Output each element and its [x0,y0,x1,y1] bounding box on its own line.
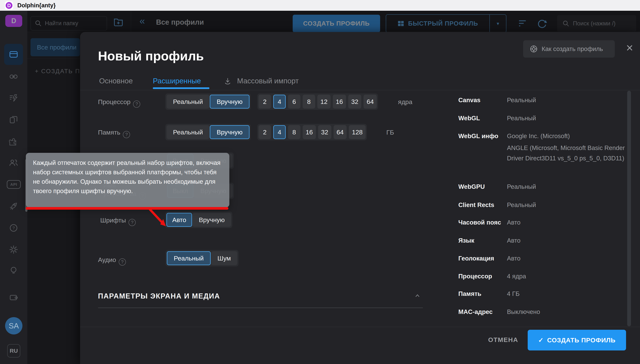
active-tab-underline [153,87,209,89]
audio-help-icon[interactable]: ? [119,258,126,266]
fonts-help-icon[interactable]: ? [129,219,136,226]
memory-help-icon[interactable]: ? [123,131,130,138]
audio-mode-toggle: Реальный Шум [165,250,239,266]
how-to-create-button[interactable]: Как создать профиль [523,40,615,58]
memory-size-option[interactable]: 64 [334,125,347,139]
modal-scrollbar[interactable] [627,91,631,326]
create-profile-label: СОЗДАТЬ ПРОФИЛЬ [547,336,615,344]
tab-main[interactable]: Основное [99,77,133,85]
sidebar-item-help[interactable]: ? [9,224,18,232]
cpu-core-option[interactable]: 6 [288,95,300,108]
cpu-core-option[interactable]: 2 [259,95,271,108]
fonts-tooltip-text: Каждый отпечаток содержит реальный набор… [33,158,222,196]
sidebar-item-api[interactable]: API [7,180,21,189]
link-icon [9,72,18,81]
cpu-mode-toggle: Реальный Вручную [165,93,251,110]
chevron-up-icon[interactable] [414,292,421,299]
app-logo-icon: D [5,1,13,10]
cpu-core-option[interactable]: 64 [363,95,377,108]
audio-mode-noise[interactable]: Шум [211,251,237,265]
summary-value-webgl-info: ANGLE (Microsoft, Microsoft Basic Render… [507,143,631,163]
icon-sidebar: D [0,11,27,364]
rocket-icon [9,202,18,211]
puzzle-icon [9,137,18,146]
lightbulb-icon [9,266,18,275]
browser-profiles-icon [9,50,19,59]
audio-mode-real[interactable]: Реальный [167,251,211,265]
memory-size-option-selected[interactable]: 4 [273,125,286,139]
cpu-mode-manual[interactable]: Вручную [210,95,250,108]
summary-value: Реальный [507,202,536,208]
sidebar-item-extensions[interactable] [9,137,18,146]
sidebar-item-automation[interactable] [9,94,18,102]
summary-label: MAC-адрес [458,308,493,316]
sidebar-item-launcher[interactable] [9,202,18,211]
sidebar-item-team[interactable] [9,158,18,167]
footer-divider [80,327,640,327]
summary-value: Авто [507,219,521,226]
summary-label: WebGL инфо [458,132,498,140]
summary-value: Авто [507,255,521,262]
check-icon: ✓ [538,336,544,344]
sidebar-item-templates[interactable] [9,115,18,124]
memory-size-option[interactable]: 128 [349,125,366,139]
close-icon[interactable]: × [623,41,636,54]
cpu-help-icon[interactable]: ? [133,100,140,108]
fonts-mode-manual[interactable]: Вручную [192,213,231,227]
lifebuoy-icon [530,45,538,53]
create-profile-button[interactable]: ✓ СОЗДАТЬ ПРОФИЛЬ [528,330,626,350]
user-avatar[interactable]: SA [5,317,23,334]
annotation-arrow [139,207,177,233]
tab-bulk-import[interactable]: Массовый импорт [237,77,299,85]
dolphin-logo-icon[interactable]: D [5,15,22,27]
annotation-underline [26,207,229,210]
memory-label: Память? [98,129,130,138]
modal-title: Новый профиль [98,48,204,63]
cancel-button[interactable]: ОТМЕНА [483,333,523,346]
memory-size-option[interactable]: 16 [303,125,316,139]
cpu-mode-real[interactable]: Реальный [167,95,209,108]
summary-value: Реальный [507,96,536,104]
memory-size-option[interactable]: 32 [318,125,331,139]
cpu-core-option[interactable]: 16 [333,95,346,108]
summary-value: 4 ядра [507,273,526,280]
sidebar-item-proxy[interactable] [9,72,18,81]
memory-mode-manual[interactable]: Вручную [210,125,250,139]
summary-value: Выключено [507,308,540,316]
how-to-create-label: Как создать профиль [542,45,603,52]
memory-size-option[interactable]: 8 [288,125,300,139]
automation-icon [9,94,18,102]
users-icon [9,158,18,167]
sidebar-item-ideas[interactable] [9,266,18,275]
app-title: Dolphin{anty} [17,2,56,9]
cpu-core-option[interactable]: 32 [348,95,361,108]
tabs-divider [80,90,640,90]
section-divider [98,308,423,308]
language-switcher[interactable]: RU [7,344,20,358]
memory-size-option[interactable]: 2 [259,125,271,139]
sidebar-item-wallet[interactable] [9,293,18,302]
summary-value: Google Inc. (Microsoft) [507,132,570,140]
summary-value: Авто [507,237,521,244]
summary-label: WebGPU [458,183,485,190]
cpu-label: Процессор? [98,98,140,108]
summary-value: 4 ГБ [507,290,520,297]
summary-label: Canvas [458,96,480,104]
sidebar-item-settings[interactable] [9,245,18,254]
import-icon [224,77,232,85]
wallet-icon [9,293,18,302]
cpu-core-option[interactable]: 8 [303,95,315,108]
memory-unit: ГБ [386,129,394,136]
gear-icon [9,245,18,254]
svg-text:?: ? [13,226,15,230]
help-circle-icon: ? [9,224,18,232]
summary-value: Реальный [507,114,536,122]
cpu-unit: ядра [398,98,412,106]
cpu-core-option-selected[interactable]: 4 [273,95,286,108]
fonts-tooltip: Каждый отпечаток содержит реальный набор… [26,153,229,208]
cpu-core-option[interactable]: 12 [317,95,331,108]
memory-mode-toggle: Реальный Вручную [165,124,251,140]
tab-advanced[interactable]: Расширенные [153,77,201,85]
memory-mode-real[interactable]: Реальный [167,125,209,139]
sidebar-item-profiles[interactable] [4,44,23,65]
